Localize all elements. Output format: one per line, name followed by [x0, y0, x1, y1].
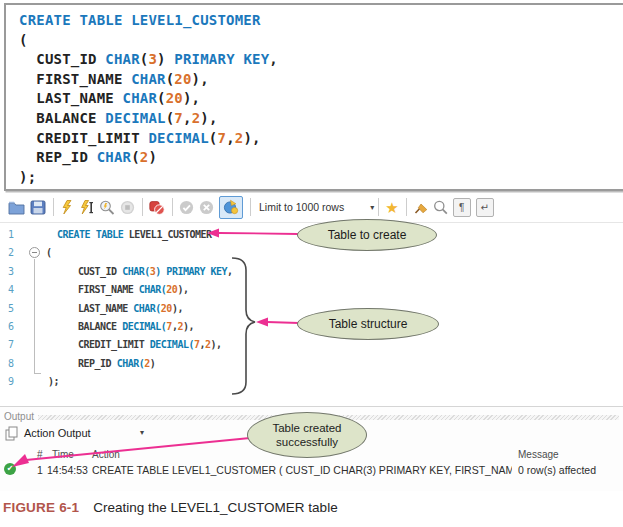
editor-line-text: FIRST_NAME CHAR(20),	[46, 284, 188, 295]
code-token: 20	[166, 90, 183, 106]
line-number: 4	[8, 284, 14, 295]
execute-current-statement-button[interactable]	[79, 197, 94, 217]
column-header-action: Action	[92, 449, 120, 460]
code-token: PRIMARY KEY	[174, 51, 269, 67]
code-token: CUST_ID	[78, 266, 122, 277]
editor-line-text: );	[46, 376, 59, 387]
folder-icon	[8, 200, 25, 215]
toolbar-separator	[406, 198, 407, 216]
figure-number: FIGURE 6-1	[3, 500, 79, 515]
figure-caption: FIGURE 6-1Creating the LEVEL1_CUSTOMER t…	[3, 500, 338, 515]
rollback-button[interactable]	[199, 197, 214, 217]
code-token: BALANCE	[78, 321, 122, 332]
wrap-icon: ↵	[480, 202, 488, 213]
code-token: )	[148, 149, 157, 165]
magnifier-lightning-icon	[99, 200, 115, 215]
code-token: (	[157, 90, 166, 106]
chevron-down-icon[interactable]: ▾	[140, 428, 144, 437]
editor-line[interactable]: 7CREDIT_LIMIT DECIMAL(7,2),	[0, 337, 623, 355]
output-view-selector[interactable]: Action Output	[24, 427, 91, 439]
code-line: BALANCE DECIMAL(7,2),	[19, 109, 623, 129]
line-number: 3	[8, 266, 14, 277]
code-token: ),	[177, 284, 188, 295]
code-token: CHAR(	[122, 266, 150, 277]
callout-text-line1: Table created	[272, 421, 341, 435]
limit-rows-dropdown[interactable]: Limit to 1000 rows ▾	[259, 201, 374, 213]
output-row[interactable]: ✔ 1 14:54:53 CREATE TABLE LEVEL1_CUSTOME…	[0, 463, 623, 478]
save-button[interactable]	[30, 197, 46, 217]
code-line: LAST_NAME CHAR(20),	[19, 89, 623, 109]
code-token: (	[46, 247, 52, 258]
column-header-index: #	[37, 449, 43, 460]
toggle-stop-on-error-button[interactable]	[149, 197, 165, 217]
code-token: CREDIT_LIMIT	[78, 339, 150, 350]
editor-line-text: (	[46, 247, 52, 258]
code-token: ),	[200, 110, 217, 126]
code-token: ),	[183, 90, 200, 106]
line-number: 5	[8, 303, 14, 314]
code-token: PRIMARY KEY	[166, 266, 227, 277]
toggle-word-wrap-button[interactable]: ↵	[476, 198, 494, 217]
show-invisibles-button[interactable]: ¶	[453, 198, 471, 217]
chevron-down-icon: ▾	[370, 203, 374, 212]
code-token: CREATE TABLE	[57, 229, 129, 240]
editor-line-text: CREDIT_LIMIT DECIMAL(7,2),	[46, 339, 222, 350]
explain-plan-button[interactable]	[99, 197, 115, 217]
callout-text: Table to create	[328, 228, 407, 242]
copy-output-icon[interactable]	[5, 426, 19, 441]
find-button[interactable]	[433, 197, 448, 217]
row-index: 1	[37, 464, 43, 476]
line-number: 7	[8, 339, 14, 350]
code-line: CUST_ID CHAR(3) PRIMARY KEY,	[19, 50, 623, 70]
code-token: 20	[174, 71, 191, 87]
code-token: CHAR(	[117, 358, 145, 369]
sql-editor-toolbar: Limit to 1000 rows ▾ ★ ¶ ↵	[0, 193, 623, 221]
code-token: DECIMAL(	[150, 339, 194, 350]
callout-table-structure: Table structure	[297, 308, 439, 340]
stop-query-button[interactable]	[120, 197, 135, 217]
pilcrow-icon: ¶	[459, 202, 464, 213]
code-token: CHAR	[131, 71, 166, 87]
code-token: 3	[148, 51, 157, 67]
code-token: ),	[172, 303, 183, 314]
editor-line-text: CREATE TABLE LEVEL1_CUSTOMER	[46, 229, 212, 240]
fold-collapse-icon[interactable]	[29, 247, 40, 258]
code-line: CREDIT_LIMIT DECIMAL(7,2),	[19, 129, 623, 149]
commit-button[interactable]	[179, 197, 194, 217]
editor-line[interactable]: 2(	[0, 245, 623, 263]
code-token: BALANCE	[19, 110, 105, 126]
code-token: DECIMAL(	[122, 321, 166, 332]
code-token: REP_ID	[78, 358, 117, 369]
toolbar-separator	[53, 198, 54, 216]
code-token: 20	[161, 303, 172, 314]
line-number: 8	[8, 358, 14, 369]
editor-line[interactable]: 8REP_ID CHAR(2)	[0, 356, 623, 374]
figure-6-1: CREATE TABLE LEVEL1_CUSTOMER( CUST_ID CH…	[0, 0, 623, 527]
editor-line[interactable]: 9);	[0, 374, 623, 392]
code-token: )	[157, 51, 174, 67]
toolbar-separator	[250, 198, 251, 216]
save-snippet-button[interactable]: ★	[385, 197, 398, 217]
open-file-button[interactable]	[8, 197, 25, 217]
toolbar-separator	[172, 198, 173, 216]
callout-table-created: Table created successfully	[247, 412, 367, 458]
editor-line-text: CUST_ID CHAR(3) PRIMARY KEY,	[46, 266, 233, 277]
editor-line[interactable]: 3CUST_ID CHAR(3) PRIMARY KEY,	[0, 264, 623, 282]
star-icon: ★	[385, 200, 398, 215]
beautify-sql-button[interactable]	[413, 197, 428, 217]
code-line: CREATE TABLE LEVEL1_CUSTOMER	[19, 11, 623, 31]
callout-table-to-create: Table to create	[297, 219, 437, 251]
code-token: );	[19, 169, 36, 185]
code-line: );	[19, 168, 623, 188]
editor-line[interactable]: 4FIRST_NAME CHAR(20),	[0, 282, 623, 300]
code-token: ,	[226, 130, 235, 146]
code-token: DECIMAL	[148, 130, 208, 146]
toolbar-separator	[142, 198, 143, 216]
toggle-autocommit-button[interactable]	[219, 196, 243, 219]
code-token: ),	[183, 321, 194, 332]
editor-line-text: REP_ID CHAR(2)	[46, 358, 155, 369]
execute-script-button[interactable]	[60, 197, 74, 217]
code-token: CREDIT_LIMIT	[19, 130, 148, 146]
lightning-icon	[60, 200, 74, 215]
stop-icon	[120, 200, 135, 215]
